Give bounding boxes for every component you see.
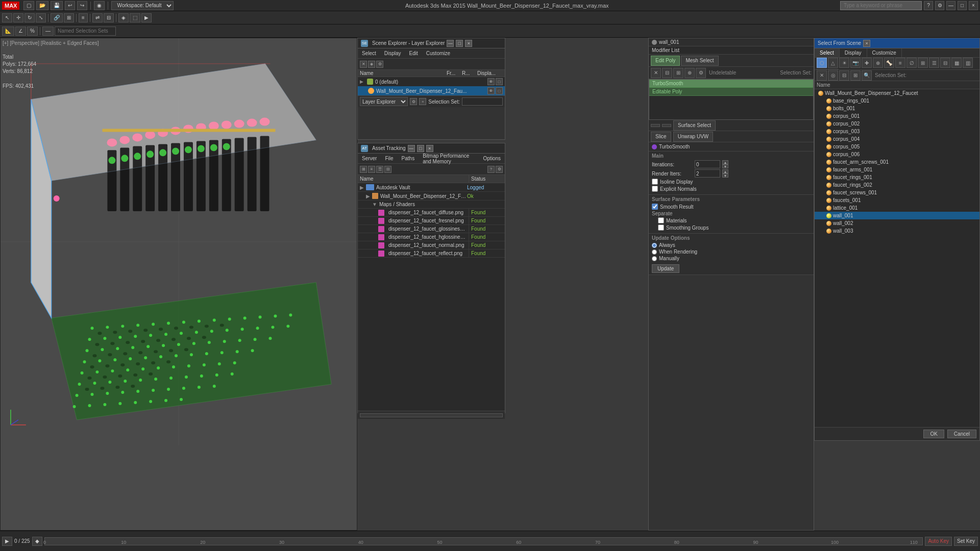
sfsc-item-9[interactable]: faucet_arm_screws_001 xyxy=(815,158,979,166)
at-menu-options[interactable]: Options xyxy=(481,155,503,162)
se-menu-select[interactable]: Select xyxy=(360,49,378,57)
sfsc-invert-btn[interactable]: ⊞ xyxy=(918,58,928,68)
map-row-2[interactable]: dispenser_12_faucet_glossiness.png Found xyxy=(358,225,505,233)
iterations-input[interactable] xyxy=(695,160,720,168)
explicit-check[interactable] xyxy=(652,186,658,192)
mod-sub3[interactable]: ⊞ xyxy=(673,68,683,78)
isoline-check[interactable] xyxy=(652,179,658,185)
named-sel-btn[interactable]: — xyxy=(42,27,54,36)
selection-set-input[interactable] xyxy=(462,97,503,106)
scene-explorer-maximize[interactable]: □ xyxy=(456,40,463,47)
sfsc-item-11[interactable]: faucet_rings_001 xyxy=(815,173,979,181)
iter-down[interactable]: ▼ xyxy=(722,164,728,168)
sfsc-list-btn[interactable]: ☰ xyxy=(929,58,939,68)
manually-radio[interactable] xyxy=(652,256,657,261)
when-rendering-radio[interactable] xyxy=(652,249,657,255)
se-menu-customize[interactable]: Customize xyxy=(424,49,452,57)
move-btn[interactable]: ✛ xyxy=(13,13,23,22)
at-btn3[interactable]: ☰ xyxy=(376,166,383,173)
mod-sub4[interactable]: ⊕ xyxy=(684,68,695,78)
settings-btn[interactable]: ⚙ xyxy=(935,1,944,10)
at-btn4[interactable]: ⊟ xyxy=(384,166,391,173)
rotate-btn[interactable]: ↻ xyxy=(24,13,35,22)
sfsc-cam-btn[interactable]: 📷 xyxy=(850,58,861,68)
edit-poly-btn[interactable]: Edit Poly xyxy=(651,56,680,66)
close-btn[interactable]: × xyxy=(969,1,978,10)
sfsc-none-btn[interactable]: ∅ xyxy=(906,58,917,68)
select-mode-btn[interactable]: ↖ xyxy=(2,13,12,22)
at-menu-file[interactable]: File xyxy=(383,155,395,162)
at-menu-bitmap[interactable]: Bitmap Performance and Memory xyxy=(421,152,477,165)
iter-up[interactable]: ▲ xyxy=(722,160,728,164)
sfsc-item-18[interactable]: wall_003 xyxy=(815,227,979,235)
angle-snap-btn[interactable]: ∠ xyxy=(15,27,26,36)
editable-poly-item[interactable]: Editable Poly xyxy=(649,88,813,96)
bind-btn[interactable]: ⊞ xyxy=(64,13,74,22)
named-sel-input[interactable] xyxy=(55,27,116,36)
se-footer-btn2[interactable]: + xyxy=(419,98,426,105)
sfsc-tab-display[interactable]: Display xyxy=(840,48,867,57)
unwrap-uvw-btn[interactable]: Unwrap UVW xyxy=(673,132,714,142)
percent-snap-btn[interactable]: % xyxy=(27,27,38,36)
render-setup-btn[interactable]: ⬚ xyxy=(130,13,140,22)
sfsc-col2[interactable]: ▥ xyxy=(963,58,973,68)
materials-check[interactable] xyxy=(658,217,664,223)
sfsc-item-10[interactable]: faucet_arms_001 xyxy=(815,166,979,173)
mod-sub1[interactable]: ✕ xyxy=(651,68,661,78)
sfsc-all-btn[interactable]: ≡ xyxy=(895,58,905,68)
scene-explorer-minimize[interactable]: — xyxy=(447,40,454,47)
play-btn[interactable]: ▶ xyxy=(2,537,12,546)
snap-btn[interactable]: 📐 xyxy=(2,27,14,36)
render-frame-btn[interactable]: ▶ xyxy=(141,13,152,22)
sfsc-sub3[interactable]: ⊟ xyxy=(839,70,849,81)
undo-btn[interactable]: ↩ xyxy=(65,1,75,10)
mesh-select-btn[interactable]: Mesh Select xyxy=(681,56,718,66)
sfsc-tab-customize[interactable]: Customize xyxy=(867,48,902,57)
vis-btn[interactable]: 👁 xyxy=(487,78,495,85)
new-btn[interactable]: ▢ xyxy=(23,1,34,10)
slice-btn[interactable]: Slice xyxy=(651,132,671,142)
at-scrollbar[interactable] xyxy=(360,413,503,417)
map-row-4[interactable]: dispenser_12_faucet_normal.png Found xyxy=(358,241,505,249)
maximize-btn[interactable]: □ xyxy=(958,1,967,10)
search-input[interactable] xyxy=(840,1,922,10)
vault-row[interactable]: ▶ Autodesk Vault Logged xyxy=(358,183,505,192)
sfsc-tree[interactable]: Wall_Mount_Beer_Dispenser_12_Faucetbase_… xyxy=(815,89,979,427)
sfsc-item-7[interactable]: corpus_005 xyxy=(815,143,979,151)
sfsc-helper-btn[interactable]: ✚ xyxy=(862,58,872,68)
sfsc-light-btn[interactable]: ☀ xyxy=(839,58,849,68)
at-close[interactable]: × xyxy=(426,145,433,152)
at-maximize[interactable]: □ xyxy=(417,145,424,152)
sfsc-tab-select[interactable]: Select xyxy=(815,48,840,57)
sfsc-item-16[interactable]: wall_001 xyxy=(815,212,979,219)
sfsc-sub5[interactable]: 🔍 xyxy=(862,70,872,81)
map-row-5[interactable]: dispenser_12_faucet_reflect.png Found xyxy=(358,249,505,258)
uwv-map-btn[interactable] xyxy=(651,124,660,127)
layer-wall[interactable]: Wall_Mount_Beer_Dispenser_12_Fau... 👁 □ xyxy=(358,86,505,95)
obj-vis-btn[interactable]: 👁 xyxy=(487,87,495,94)
se-btn3[interactable]: ⚙ xyxy=(376,61,383,68)
align-btn[interactable]: ⊟ xyxy=(104,13,114,22)
sfsc-item-12[interactable]: faucet_rings_002 xyxy=(815,181,979,189)
mod-sub2[interactable]: ⊟ xyxy=(662,68,672,78)
sfsc-item-1[interactable]: base_rings_001 xyxy=(815,97,979,105)
render-btn[interactable]: ◉ xyxy=(94,1,105,10)
map-row-0[interactable]: dispenser_12_faucet_diffuse.png Found xyxy=(358,209,505,217)
render-iters-input[interactable] xyxy=(695,169,720,178)
turbosmooth-item[interactable]: TurboSmooth xyxy=(649,80,813,88)
mirror-btn[interactable]: ⇌ xyxy=(92,13,103,22)
sfsc-sub4[interactable]: ⊞ xyxy=(850,70,861,81)
se-footer-btn1[interactable]: ⚙ xyxy=(410,98,417,105)
se-btn1[interactable]: ✕ xyxy=(360,61,367,68)
sfsc-item-4[interactable]: corpus_002 xyxy=(815,120,979,128)
sfsc-item-0[interactable]: Wall_Mount_Beer_Dispenser_12_Faucet xyxy=(815,89,979,97)
scene-explorer-close[interactable]: × xyxy=(465,40,472,47)
sfsc-bone-btn[interactable]: 🦴 xyxy=(884,58,894,68)
sfsc-item-15[interactable]: lattice_001 xyxy=(815,204,979,212)
se-menu-edit[interactable]: Edit xyxy=(407,49,420,57)
minimize-btn[interactable]: — xyxy=(946,1,955,10)
sfsc-shape-btn[interactable]: △ xyxy=(828,58,838,68)
sfsc-item-13[interactable]: faucet_screws_001 xyxy=(815,189,979,196)
at-settings[interactable]: ⚙ xyxy=(496,166,503,173)
set-key-btn[interactable]: Set Key xyxy=(954,537,978,546)
